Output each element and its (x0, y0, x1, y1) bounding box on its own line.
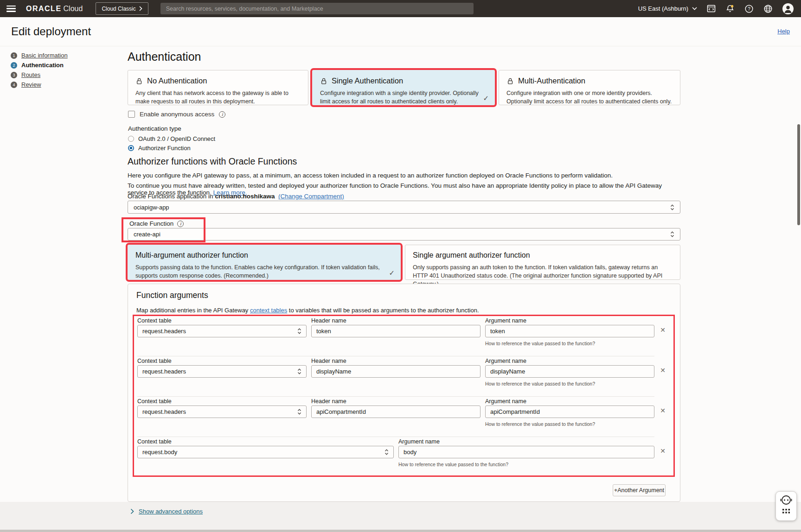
card-no-authentication[interactable]: No Authentication Any client that has ne… (128, 70, 308, 105)
oauth-radio-option[interactable]: OAuth 2.0 / OpenID Connect (128, 135, 215, 142)
select-stepper-icon (297, 368, 301, 375)
lower-background (0, 502, 801, 530)
remove-row-close-icon[interactable]: ✕ (658, 325, 667, 335)
help-link[interactable]: Help (777, 28, 790, 35)
topbar-right-cluster: US East (Ashburn) ? (638, 3, 801, 14)
step-label: Review (21, 81, 41, 88)
card-title: Single argument authorizer function (413, 251, 673, 260)
argument-name-input[interactable] (398, 446, 654, 458)
row-divider (137, 356, 654, 356)
svg-text:?: ? (748, 6, 750, 11)
function-arguments-panel: Function arguments Map additional entrie… (128, 284, 680, 502)
checkbox-label: Enable anonymous access (140, 111, 214, 118)
step-review[interactable]: 4 Review (11, 80, 68, 89)
select-value: request.body (142, 449, 177, 456)
cloud-shell-icon[interactable] (707, 4, 716, 13)
argument-name-label: Argument name (485, 398, 526, 405)
region-label: US East (Ashburn) (638, 5, 688, 12)
argument-name-label: Argument name (398, 438, 440, 445)
card-single-authentication[interactable]: Single Authentication Configure integrat… (312, 70, 495, 105)
select-value: request.headers (142, 408, 186, 415)
user-avatar[interactable] (782, 3, 794, 14)
card-description: Supports passing data to the function. E… (135, 263, 393, 280)
region-selector[interactable]: US East (Ashburn) (638, 5, 697, 12)
selected-checkmark-icon: ✓ (483, 94, 489, 102)
select-value: request.headers (142, 368, 186, 375)
help-question-icon[interactable]: ? (744, 4, 754, 13)
header-name-label: Header name (311, 358, 346, 364)
add-another-argument-button[interactable]: +Another Argument (613, 484, 666, 496)
context-table-label: Context table (137, 317, 172, 324)
assistant-launcher-widget[interactable] (775, 491, 797, 521)
select-stepper-icon (297, 408, 301, 415)
language-globe-icon[interactable] (763, 4, 773, 13)
chevron-down-icon (692, 7, 697, 10)
compartment-name: cristiano.hoshikawa (215, 193, 275, 200)
lock-closed-icon (320, 77, 327, 85)
authentication-type-label: Authentication type (128, 125, 181, 132)
hamburger-menu-icon[interactable] (6, 6, 16, 12)
card-title: Multi-argument authorizer function (135, 251, 393, 260)
step-number-badge: 3 (11, 72, 17, 78)
step-basic-information[interactable]: 1 Basic information (11, 51, 68, 60)
functions-application-select[interactable]: ociapigw-app (128, 201, 680, 214)
auth-cards-row: No Authentication Any client that has ne… (128, 70, 680, 105)
step-authentication[interactable]: 2 Authentication (11, 60, 68, 70)
remove-row-close-icon[interactable]: ✕ (658, 366, 667, 375)
oracle-cloud-logo[interactable]: ORACLECloud (26, 5, 83, 13)
step-number-badge: 4 (11, 82, 17, 88)
notifications-bell-icon[interactable] (725, 4, 735, 13)
card-multi-authentication[interactable]: Multi-Authentication Configure integrati… (499, 70, 680, 105)
authorizer-function-radio-option[interactable]: Authorizer Function (128, 145, 191, 152)
chevron-right-icon (130, 508, 134, 514)
header-name-input[interactable] (311, 365, 481, 378)
argument-name-input[interactable] (485, 325, 654, 337)
info-icon[interactable]: i (177, 221, 184, 227)
remove-row-close-icon[interactable]: ✕ (658, 446, 667, 456)
function-arguments-heading: Function arguments (136, 291, 208, 300)
page-title: Edit deployment (11, 25, 91, 38)
anonymous-access-row: Enable anonymous access i (128, 111, 225, 118)
remove-row-close-icon[interactable]: ✕ (658, 406, 667, 415)
header-name-input[interactable] (311, 405, 481, 418)
cloud-classic-button[interactable]: Cloud Classic (96, 2, 148, 15)
argument-helper-text: How to reference the value passed to the… (485, 381, 595, 386)
topbar: ORACLECloud Cloud Classic US East (Ashbu… (0, 0, 801, 17)
enable-anonymous-access-checkbox[interactable] (128, 111, 135, 118)
oracle-function-select[interactable]: create-api (128, 228, 680, 241)
info-icon[interactable]: i (219, 111, 225, 118)
card-single-argument[interactable]: Single argument authorizer function Only… (405, 245, 680, 280)
step-number-badge: 1 (11, 52, 17, 59)
select-value: create-api (134, 231, 160, 238)
lock-closed-icon (506, 77, 514, 85)
argument-name-input[interactable] (485, 365, 654, 378)
argument-name-input[interactable] (485, 405, 654, 418)
advanced-options-toggle[interactable]: Show advanced options (130, 508, 203, 515)
step-number-badge: 2 (11, 62, 17, 69)
change-compartment-link[interactable]: (Change Compartment) (278, 193, 344, 200)
context-table-label: Context table (137, 438, 172, 445)
header-name-label: Header name (311, 317, 346, 324)
context-table-label: Context table (137, 398, 172, 405)
select-value: request.headers (142, 328, 186, 335)
label-prefix: Oracle Functions application in (128, 193, 213, 200)
context-table-select[interactable]: request.headers (137, 325, 307, 337)
step-label: Routes (21, 71, 40, 78)
select-stepper-icon (297, 328, 301, 335)
context-tables-link[interactable]: context tables (250, 307, 287, 314)
show-advanced-options-link: Show advanced options (139, 508, 203, 515)
context-table-select[interactable]: request.headers (137, 365, 307, 378)
scrollbar-thumb[interactable] (797, 124, 800, 225)
step-routes[interactable]: 3 Routes (11, 70, 68, 80)
search-input[interactable] (160, 3, 474, 14)
header-name-label: Header name (311, 398, 346, 405)
radio-selected-icon (128, 145, 134, 151)
lock-open-icon (135, 77, 143, 85)
context-table-select[interactable]: request.headers (137, 405, 307, 418)
header-name-input[interactable] (311, 325, 481, 337)
card-multi-argument[interactable]: Multi-argument authorizer function Suppo… (128, 245, 401, 280)
radio-unselected-icon (128, 136, 134, 142)
argument-name-label: Argument name (485, 358, 526, 364)
brand-cloud: Cloud (64, 5, 83, 13)
context-table-select[interactable]: request.body (137, 446, 394, 458)
